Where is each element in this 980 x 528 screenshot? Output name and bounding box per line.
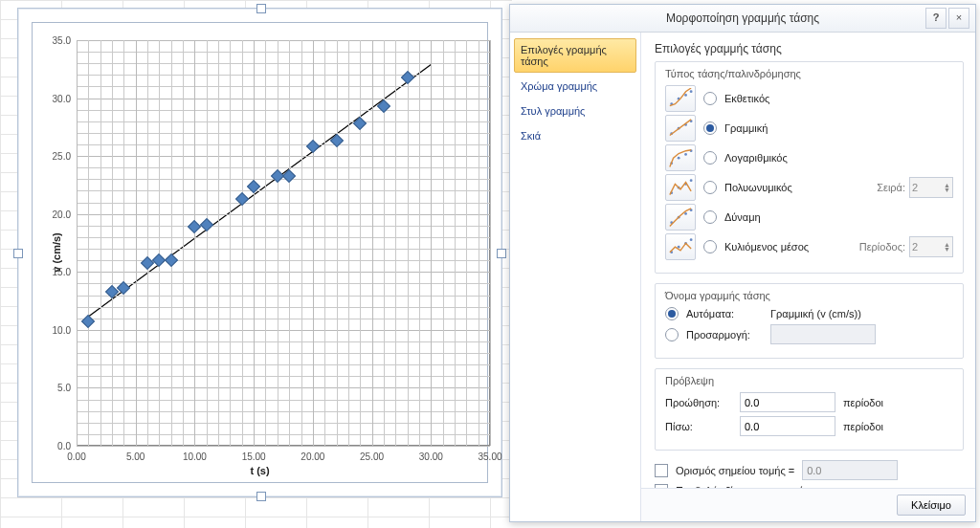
forecast-fwd-input[interactable] (740, 392, 835, 412)
svg-point-22 (678, 246, 680, 249)
trend-type-exponential-radio[interactable] (703, 92, 717, 105)
name-auto-radio[interactable] (665, 307, 679, 320)
y-tick: 25.0 (53, 151, 77, 162)
trend-type-power-icon (665, 204, 696, 231)
nav-item-1[interactable]: Χρώμα γραμμής (514, 75, 636, 98)
resize-handle-w[interactable] (13, 249, 23, 258)
nav-item-0[interactable]: Επιλογές γραμμής τάσης (514, 38, 636, 73)
svg-point-16 (690, 179, 693, 182)
forecast-bwd-unit: περίοδοι (843, 421, 883, 432)
trend-type-log-icon (665, 144, 696, 171)
trend-type-movavg-radio[interactable] (703, 240, 717, 253)
trend-type-linear: Γραμμική (665, 115, 953, 142)
trend-type-log: Λογαριθμικός (665, 144, 953, 171)
forecast-fwd-label: Προώθηση: (665, 397, 732, 408)
trend-type-movavg-icon (665, 233, 696, 260)
y-tick: 5.0 (57, 383, 77, 393)
y-tick: 20.0 (53, 209, 77, 219)
pane-title: Επιλογές γραμμής τάσης (655, 42, 964, 55)
dialog-title: Μορφοποίηση γραμμής τάσης (666, 11, 819, 25)
trend-type-poly-label: Πολυωνυμικός (724, 182, 792, 193)
trend-name-group-title: Όνομα γραμμής τάσης (665, 290, 953, 301)
trend-type-poly-radio[interactable] (703, 181, 717, 194)
resize-handle-n[interactable] (256, 4, 266, 13)
x-tick: 15.00 (242, 446, 266, 462)
svg-line-8 (670, 120, 691, 136)
axis-title-x[interactable]: t (s) (33, 465, 487, 476)
x-tick: 25.00 (360, 446, 384, 462)
close-button[interactable]: × (948, 8, 969, 29)
trend-type-poly: ΠολυωνυμικόςΣειρά:2▲▼ (665, 174, 953, 201)
forecast-bwd-input[interactable] (740, 416, 835, 436)
y-tick: 30.0 (53, 93, 77, 103)
x-tick: 35.00 (478, 446, 501, 462)
trend-type-log-radio[interactable] (703, 151, 717, 165)
set-intercept-label: Ορισμός σημείου τομής = (676, 465, 794, 476)
name-custom-radio[interactable] (665, 328, 679, 341)
y-tick: 15.0 (53, 267, 77, 277)
trend-type-log-label: Λογαριθμικός (724, 152, 788, 164)
resize-handle-e[interactable] (497, 249, 506, 258)
name-auto-label: Αυτόματα: (686, 308, 763, 319)
trend-type-poly-extra-label: Σειρά: (877, 182, 905, 193)
trend-type-poly-spinner: 2▲▼ (909, 177, 953, 198)
help-button[interactable]: ? (925, 8, 947, 29)
dialog-nav: Επιλογές γραμμής τάσηςΧρώμα γραμμήςΣτυλ … (510, 33, 641, 521)
name-custom-label: Προσαρμογή: (686, 329, 763, 341)
trend-type-movavg-extra-label: Περίοδος: (859, 241, 905, 253)
trend-type-movavg: Κυλιόμενος μέσοςΠερίοδος:2▲▼ (665, 233, 953, 260)
svg-point-3 (690, 90, 693, 93)
x-tick: 20.00 (301, 446, 324, 462)
trend-type-exponential: Εκθετικός (665, 85, 953, 112)
trend-name-group: Όνομα γραμμής τάσης Αυτόματα: Γραμμική (… (655, 283, 964, 359)
nav-item-2[interactable]: Στυλ γραμμής (514, 99, 636, 122)
svg-point-24 (690, 238, 693, 241)
trend-type-linear-radio[interactable] (703, 121, 717, 135)
svg-point-11 (684, 153, 687, 156)
svg-point-19 (684, 212, 687, 215)
trend-type-linear-icon (665, 115, 696, 142)
trend-type-power: Δύναμη (665, 204, 953, 231)
close-dialog-button[interactable]: Κλείσιμο (897, 495, 966, 516)
intercept-input[interactable] (802, 460, 898, 480)
trend-type-linear-label: Γραμμική (724, 122, 768, 134)
forecast-fwd-unit: περίοδοι (843, 397, 883, 408)
trend-type-power-radio[interactable] (703, 210, 717, 224)
trend-type-exponential-label: Εκθετικός (724, 93, 769, 104)
trend-type-movavg-label: Κυλιόμενος μέσος (724, 241, 809, 253)
chart-object[interactable]: v (cm/s) 0.05.010.015.020.025.030.035.00… (17, 8, 502, 497)
x-tick: 10.00 (183, 446, 207, 462)
dialog-pane: Επιλογές γραμμής τάσης Τύπος τάσης/παλιν… (641, 33, 975, 521)
forecast-group: Πρόβλεψη Προώθηση: περίοδοι Πίσω: περίοδ… (655, 368, 964, 451)
y-tick: 10.0 (53, 324, 77, 335)
trend-type-group-title: Τύπος τάσης/παλινδρόμησης (665, 68, 953, 79)
nav-item-3[interactable]: Σκιά (514, 124, 636, 147)
x-tick: 30.00 (419, 446, 443, 462)
x-tick: 5.00 (126, 446, 145, 462)
chart-area[interactable]: v (cm/s) 0.05.010.015.020.025.030.035.00… (32, 22, 488, 483)
set-intercept-checkbox[interactable] (655, 464, 668, 477)
trend-type-movavg-spinner: 2▲▼ (909, 236, 953, 257)
svg-point-2 (684, 94, 687, 97)
forecast-group-title: Πρόβλεψη (665, 375, 953, 386)
trend-type-exponential-icon (665, 85, 696, 112)
plot-area[interactable]: 0.05.010.015.020.025.030.035.00.005.0010… (77, 40, 490, 446)
name-custom-input[interactable] (770, 324, 876, 344)
name-auto-value: Γραμμική (v (cm/s)) (770, 308, 861, 319)
trend-type-poly-icon (665, 174, 696, 201)
x-tick: 0.00 (67, 446, 85, 462)
trend-type-power-label: Δύναμη (724, 211, 761, 223)
forecast-bwd-label: Πίσω: (665, 421, 732, 432)
resize-handle-s[interactable] (256, 492, 266, 501)
y-tick: 35.0 (53, 35, 77, 46)
svg-point-10 (678, 157, 680, 160)
trend-type-group: Τύπος τάσης/παλινδρόμησης ΕκθετικόςΓραμμ… (655, 61, 964, 274)
dialog-titlebar[interactable]: Μορφοποίηση γραμμής τάσης ? × (510, 5, 975, 33)
format-trendline-dialog: Μορφοποίηση γραμμής τάσης ? × Επιλογές γ… (509, 4, 976, 522)
